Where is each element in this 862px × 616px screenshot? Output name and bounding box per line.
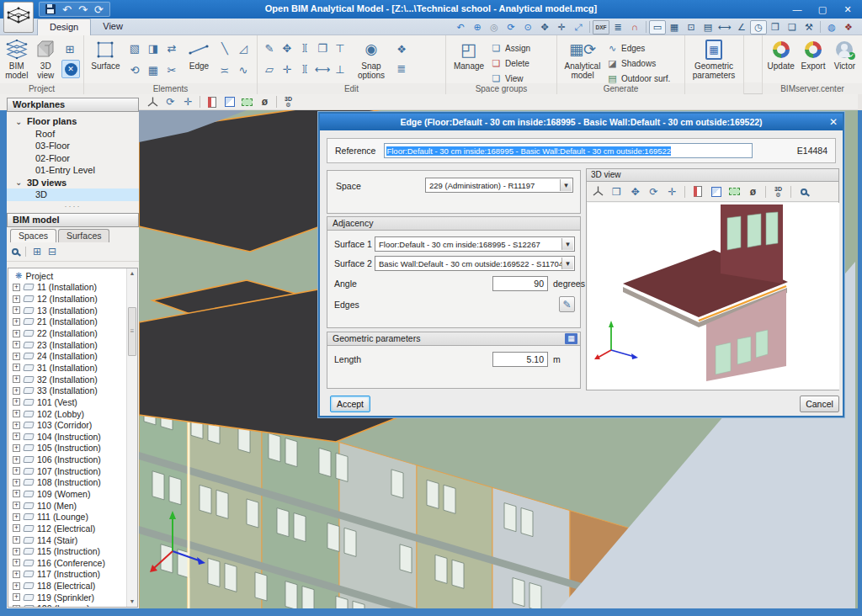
tree-item[interactable]: +111 (Lounge) [8, 511, 125, 523]
web-icon[interactable]: ◍ [823, 20, 840, 35]
expander-icon[interactable]: + [13, 571, 20, 578]
dialog-3d-canvas[interactable] [588, 203, 838, 389]
collapse-all-icon[interactable]: ⊟ [48, 246, 56, 258]
help-book-icon[interactable]: ❖ [840, 20, 857, 35]
edit-edges-button[interactable]: ✎ [559, 296, 575, 312]
update-button[interactable]: Update [766, 37, 795, 72]
pan-icon[interactable]: ✥ [627, 184, 643, 199]
floors-icon[interactable] [239, 95, 255, 109]
surface-extend-icon[interactable]: ▦ [145, 61, 162, 78]
tree-item[interactable]: +24 (Installation) [8, 350, 125, 362]
tree-item[interactable]: +116 (Conference) [8, 557, 125, 569]
tab-view[interactable]: View [91, 19, 135, 35]
expander-icon[interactable]: + [13, 341, 20, 348]
expand-all-icon[interactable]: ⊞ [33, 246, 41, 258]
move-element-icon[interactable]: ✥ [279, 40, 295, 56]
angle-icon[interactable]: ∠ [733, 20, 750, 35]
dxf-templates-icon[interactable]: DXF [593, 20, 609, 35]
offset-up-icon[interactable]: ⊤ [332, 40, 349, 56]
layer-edit-icon[interactable]: ≣ [393, 60, 410, 77]
surface-rotate-icon[interactable]: ⟲ [126, 61, 143, 78]
tree-item[interactable]: +108 (Instruction) [8, 477, 125, 489]
dialog-close-button[interactable]: ✕ [829, 114, 838, 130]
surface2-select[interactable]: Basic Wall:Default - 30 cm outside:16952… [375, 256, 575, 271]
zoom-window-icon[interactable]: ⊙ [519, 20, 536, 35]
expander-icon[interactable]: + [13, 479, 20, 486]
expander-icon[interactable]: + [13, 456, 20, 464]
hide-elements-icon[interactable]: ø [257, 95, 273, 109]
expander-icon[interactable]: + [13, 398, 20, 406]
hide-elements-icon[interactable]: ø [745, 184, 761, 199]
zoom-extents-icon[interactable]: ⊕ [469, 20, 486, 35]
redraw-icon[interactable]: ⟳ [503, 20, 519, 35]
tools-icon[interactable]: ⚒ [801, 20, 817, 35]
tree-item[interactable]: +110 (Men) [8, 500, 125, 512]
expander-icon[interactable]: + [13, 410, 20, 417]
assign-button[interactable]: ❏Assign [491, 41, 530, 56]
analytical-model-button[interactable]: ▦⟳ Analytical model [561, 37, 604, 80]
windows-icon[interactable] [221, 95, 237, 109]
tree-scrollbar[interactable]: ▲ ≡ ▼ [126, 268, 137, 607]
workplanes-floor-plans[interactable]: ⌄Floor plans [7, 115, 139, 128]
match-edges-icon[interactable]: ][ [296, 40, 313, 56]
edge-button[interactable]: Edge [184, 37, 214, 72]
angle-input[interactable]: 90 [492, 276, 548, 291]
layer-visibility-icon[interactable]: ❖ [393, 40, 410, 57]
offset-down-icon[interactable]: ⊥ [332, 61, 349, 77]
shadows-button[interactable]: ◪Shadows [607, 56, 670, 71]
scroll-down-icon[interactable]: ▼ [127, 597, 137, 607]
user-button[interactable]: ✔ Victor [831, 37, 859, 72]
surface1-select[interactable]: Floor:Default - 30 cm inside:168995 - S1… [375, 236, 575, 252]
tree-item[interactable]: +119 (Sprinkler) [8, 592, 125, 603]
tree-root-project[interactable]: ❋Project [8, 270, 125, 282]
nudge-icon[interactable]: ✛ [279, 61, 295, 77]
tree-item[interactable]: +109 (Women) [8, 488, 125, 500]
tree-item[interactable]: +118 (Electrical) [8, 580, 125, 592]
move-view-icon[interactable]: ✛ [553, 20, 570, 35]
clock-icon[interactable]: ◷ [750, 20, 767, 35]
tree-item[interactable]: +101 (Vest) [8, 396, 125, 408]
expander-icon[interactable]: + [13, 444, 20, 452]
tree-item[interactable]: +11 (Installation) [8, 282, 125, 294]
grid-icon[interactable]: ▦ [666, 20, 683, 35]
orbit-icon[interactable]: ⟳ [162, 95, 178, 109]
expander-icon[interactable]: + [13, 353, 20, 360]
tree-item[interactable]: +120 (Lounge) [8, 603, 125, 608]
workplane-item[interactable]: 03-Floor [7, 140, 139, 152]
tree-item[interactable]: +23 (Installation) [8, 339, 125, 351]
snap-magnet-icon[interactable]: ∩ [626, 20, 643, 35]
geometric-parameters-button[interactable]: ▦ Geometric parameters [689, 37, 739, 80]
expander-icon[interactable]: + [13, 422, 20, 429]
tree-item[interactable]: +102 (Lobby) [8, 408, 125, 420]
tab-design[interactable]: Design [37, 19, 91, 35]
expander-icon[interactable]: + [13, 536, 20, 544]
tree-item[interactable]: +105 (Instruction) [8, 443, 125, 454]
expander-icon[interactable]: + [13, 295, 20, 303]
expander-icon[interactable]: + [13, 387, 20, 395]
workplane-item[interactable]: Roof [7, 128, 139, 141]
length-input[interactable]: 5.10 [492, 352, 548, 367]
expander-icon[interactable]: + [13, 467, 20, 475]
close-button[interactable]: ✕ [835, 0, 860, 19]
tree-item[interactable]: +32 (Installation) [8, 374, 125, 385]
comment-icon[interactable]: ❏ [784, 20, 801, 35]
surface-split-icon[interactable]: ◨ [145, 40, 162, 56]
manage-button[interactable]: ◰ Manage [450, 37, 488, 72]
space-select[interactable]: 229 (Administration) - R11197 [425, 178, 573, 193]
match-edges2-icon[interactable]: ][ [296, 61, 313, 77]
tree-item[interactable]: +13 (Installation) [8, 305, 125, 316]
workplane-item-3d-selected[interactable]: 3D [7, 189, 139, 201]
dimensions-icon[interactable]: ⟷ [716, 20, 733, 35]
expander-icon[interactable]: + [13, 559, 20, 566]
app-icon[interactable] [3, 2, 34, 33]
tree-item[interactable]: +21 (Installation) [8, 316, 125, 328]
delete-button[interactable]: ❏Delete [491, 56, 530, 71]
floors-icon[interactable] [726, 184, 742, 199]
maximize-button[interactable]: ▢ [810, 0, 835, 19]
edge-corner-icon[interactable]: ◿ [235, 40, 252, 56]
surface-trim-icon[interactable]: ✂ [163, 61, 180, 78]
layers-icon[interactable]: ≣ [609, 20, 626, 35]
minimize-button[interactable]: — [785, 0, 810, 19]
axes-icon[interactable] [590, 184, 606, 199]
undo-icon[interactable]: ↶ [62, 4, 72, 15]
